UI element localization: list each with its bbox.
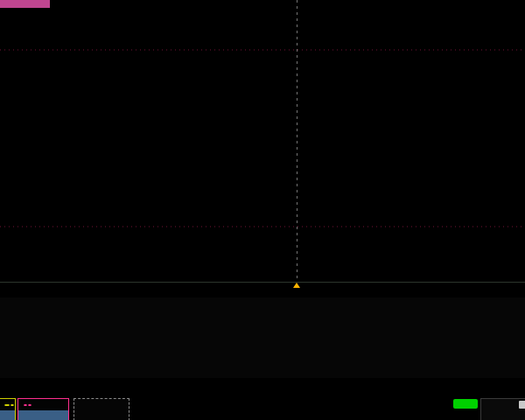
c1-channel-badge [4,404,10,406]
c1-descriptor-box[interactable] [0,398,16,420]
add-trace-button[interactable] [74,398,130,420]
histicon-row [0,378,525,398]
time-axis [0,282,525,298]
hd-acquisition-badge[interactable] [453,399,478,409]
c2-esr-badge [24,404,27,406]
c2-coupling-badge [28,404,32,406]
c1-vdiv-value [0,410,15,420]
c2-descriptor-box[interactable] [18,398,69,420]
measure-table [0,298,525,378]
trigger-time-marker[interactable] [293,283,300,288]
graticule [0,0,525,282]
timebase-descriptor-box[interactable] [480,398,525,420]
oscilloscope-screen [0,0,525,420]
descriptor-bar [0,398,525,420]
waveform-canvas[interactable] [0,0,525,282]
c2-vdiv-value [18,410,68,420]
trace-annotation-badge [0,0,50,8]
c1-coupling-badge [10,404,14,406]
tbase-delay-chip [519,401,525,409]
